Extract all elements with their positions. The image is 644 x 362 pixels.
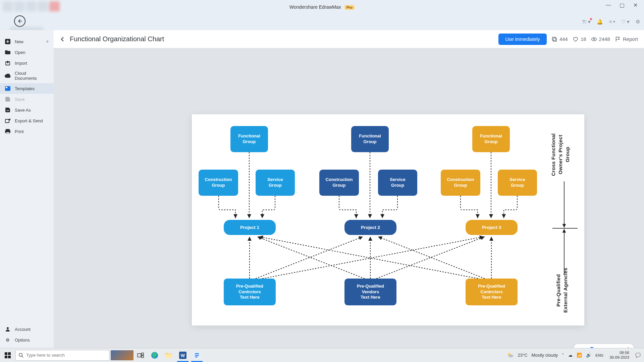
sidebar-label: Save [15,97,25,102]
sidebar-item-templates[interactable]: Templates [0,83,54,94]
sidebar-item-account[interactable]: Account [0,324,54,335]
stat-views[interactable]: 2448 [591,36,610,42]
sidebar-item-export[interactable]: Export & Send [0,115,54,126]
sidebar-item-saveas[interactable]: Save As [0,105,54,115]
taskbar-search-input[interactable] [26,353,106,358]
svg-rect-10 [552,37,556,40]
svg-rect-22 [142,356,144,358]
save-icon [5,96,11,102]
sidebar-label: Open [15,50,25,55]
utility-icons: ?⃝ ▾ 🔔 ⌗ ▾ ♡ ▾ ⚙ [582,19,640,25]
plus-square-icon [5,39,11,45]
sidebar-label: Export & Send [15,118,43,123]
svg-rect-17 [5,356,7,358]
sidebar-item-print[interactable]: Print [0,126,54,137]
bell-icon[interactable]: 🔔 [597,19,603,25]
app-title: Wondershare EdrawMax Pro [289,4,355,10]
tray-chevron-icon[interactable]: ˄ [562,353,564,358]
svg-point-8 [7,327,9,329]
second-titlerow: ?⃝ ▾ 🔔 ⌗ ▾ ♡ ▾ ⚙ [0,14,644,30]
sidebar-item-open[interactable]: Open [0,47,54,58]
svg-rect-7 [6,132,9,134]
svg-rect-3 [6,87,7,88]
tray-volume-icon[interactable]: 🔊 [586,353,591,358]
print-icon [5,128,11,134]
weather-icon[interactable] [506,352,514,359]
tray-language-icon[interactable]: ENG [595,353,603,357]
stat-likes[interactable]: 18 [573,36,586,42]
account-icon [5,326,11,332]
diagram-connectors [192,114,584,325]
filter-icon[interactable]: ♡ ▾ [621,19,630,25]
templates-icon [5,85,11,92]
apps-icon[interactable]: ⌗ ▾ [609,19,615,25]
gear-icon: ⚙ [5,337,11,343]
sidebar: New + Open Import Cloud Documents Templa… [0,30,54,362]
cloud-icon [5,73,11,79]
tray-onedrive-icon[interactable]: ☁ [568,353,573,358]
svg-point-19 [19,353,22,356]
svg-rect-5 [6,129,10,130]
use-immediately-button[interactable]: Use immediately [498,34,546,45]
page-title: Functional Organizational Chart [70,35,164,43]
sidebar-item-import[interactable]: Import [0,58,54,68]
svg-rect-20 [138,354,141,357]
svg-point-11 [593,38,595,40]
svg-text:W: W [181,353,185,358]
sidebar-item-new[interactable]: New + [0,36,54,47]
titlebar: Wondershare EdrawMax Pro — ▢ ✕ [0,0,644,14]
sidebar-label: New [15,39,23,44]
sidebar-label: Print [15,129,24,134]
sidebar-label: Options [15,338,30,343]
windows-taskbar[interactable]: W 23°C Mostly cloudy ˄ ☁ 📶 🔊 ENG 08:56 3… [0,348,644,362]
diagram-preview: FunctionalGroup ConstructionGroup Servic… [192,114,584,325]
header-back-button[interactable] [60,37,65,42]
svg-point-29 [508,354,513,357]
back-button[interactable] [14,15,25,27]
export-icon [5,118,11,124]
task-view-icon[interactable] [133,348,148,362]
edge-icon[interactable] [148,348,162,362]
main-area: New + Open Import Cloud Documents Templa… [0,30,644,362]
pro-badge: Pro [344,5,355,10]
explorer-icon[interactable] [162,348,176,362]
app-name: Wondershare EdrawMax [289,4,341,10]
edrawmax-icon[interactable] [190,348,204,362]
content-area: Functional Organizational Chart Use imme… [54,30,644,362]
sidebar-label: Cloud Documents [15,71,49,81]
sidebar-label: Account [15,327,31,332]
svg-rect-15 [5,352,7,355]
sidebar-item-options[interactable]: ⚙ Options [0,335,54,345]
tray-wifi-icon[interactable]: 📶 [577,353,582,358]
svg-rect-16 [8,352,11,355]
taskbar-search[interactable] [15,350,109,361]
blurred-qat-icons [3,1,60,11]
sidebar-item-save: Save [0,94,54,105]
stat-copies[interactable]: 444 [551,36,568,42]
settings-icon[interactable]: ⚙ [636,19,640,25]
svg-rect-21 [142,353,144,355]
svg-rect-24 [165,354,172,358]
svg-rect-9 [553,38,556,41]
content-header: Functional Organizational Chart Use imme… [54,30,644,48]
word-icon[interactable]: W [176,348,190,362]
saveas-icon [5,107,11,113]
temperature[interactable]: 23°C [518,353,528,358]
maximize-button[interactable]: ▢ [615,0,629,10]
search-highlight-image[interactable] [111,350,133,360]
help-icon[interactable]: ?⃝ ▾ [582,19,591,25]
canvas[interactable]: FunctionalGroup ConstructionGroup Servic… [54,48,644,362]
sidebar-label: Save As [15,108,31,113]
tray-clock[interactable]: 08:56 30-09-2023 [607,351,631,360]
folder-icon [5,49,11,55]
minimize-button[interactable]: — [602,0,615,10]
sidebar-item-cloud[interactable]: Cloud Documents [0,68,54,83]
weather-text[interactable]: Mostly cloudy [532,353,558,358]
report-button[interactable]: Report [615,36,638,42]
plus-icon: + [46,39,49,45]
close-button[interactable]: ✕ [629,0,642,10]
sidebar-label: Import [15,61,27,66]
svg-rect-18 [8,356,11,358]
start-button[interactable] [0,348,15,362]
tray-notifications-icon[interactable]: 💬 [635,353,641,358]
